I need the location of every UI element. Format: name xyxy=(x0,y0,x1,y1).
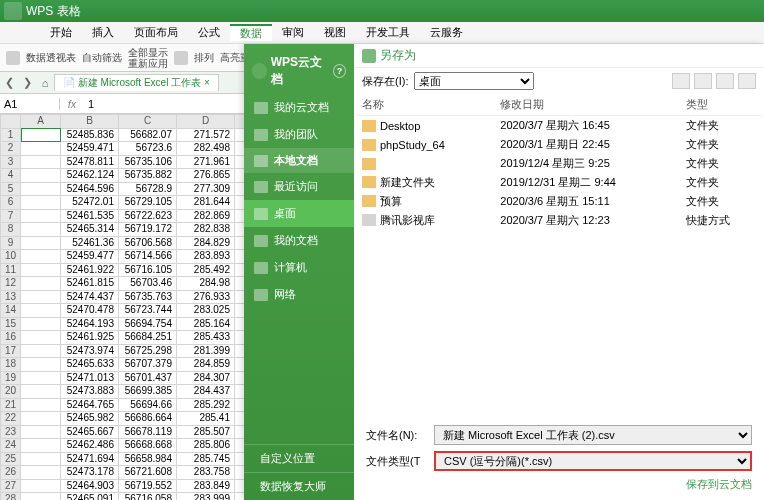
cell[interactable]: 285.806 xyxy=(177,439,235,453)
cell[interactable]: 56707.379 xyxy=(119,358,177,372)
col-header-B[interactable]: B xyxy=(61,115,119,129)
cell[interactable] xyxy=(21,236,61,250)
file-row[interactable]: 腾讯影视库2020/3/7 星期六 12:23快捷方式 xyxy=(356,211,762,230)
cell[interactable] xyxy=(21,358,61,372)
cell[interactable]: 52473.974 xyxy=(61,344,119,358)
row-header[interactable]: 27 xyxy=(1,479,21,493)
cell[interactable]: 284.307 xyxy=(177,371,235,385)
auto-filter-button[interactable]: 自动筛选 xyxy=(82,52,122,63)
row-header[interactable]: 22 xyxy=(1,412,21,426)
cell[interactable]: 56735.763 xyxy=(119,290,177,304)
row-header[interactable]: 14 xyxy=(1,304,21,318)
cell[interactable]: 282.838 xyxy=(177,223,235,237)
cell[interactable] xyxy=(21,452,61,466)
prev-tab-button[interactable]: ❮ xyxy=(0,76,18,89)
cell[interactable] xyxy=(21,182,61,196)
cell[interactable] xyxy=(21,425,61,439)
help-icon[interactable]: ? xyxy=(333,64,346,78)
cell[interactable]: 56714.566 xyxy=(119,250,177,264)
view-detail-button[interactable] xyxy=(738,73,756,89)
cell[interactable] xyxy=(21,317,61,331)
cell[interactable]: 284.98 xyxy=(177,277,235,291)
file-row[interactable]: 新建文件夹2019/12/31 星期二 9:44文件夹 xyxy=(356,173,762,192)
sidebar-item-5[interactable]: 我的文档 xyxy=(244,227,354,254)
file-row[interactable]: Desktop2020/3/7 星期六 16:45文件夹 xyxy=(356,116,762,136)
cell[interactable]: 56658.984 xyxy=(119,452,177,466)
cell[interactable]: 52461.36 xyxy=(61,236,119,250)
menu-2[interactable]: 页面布局 xyxy=(124,25,188,40)
row-header[interactable]: 5 xyxy=(1,182,21,196)
cell[interactable]: 277.309 xyxy=(177,182,235,196)
cell[interactable]: 52470.478 xyxy=(61,304,119,318)
show-all-button[interactable]: 全部显示 xyxy=(128,47,168,58)
cell[interactable]: 271.572 xyxy=(177,128,235,142)
row-header[interactable]: 18 xyxy=(1,358,21,372)
pivot-icon[interactable] xyxy=(6,51,20,65)
cell[interactable]: 56703.46 xyxy=(119,277,177,291)
filetype-select[interactable]: CSV (逗号分隔)(*.csv) xyxy=(434,451,752,471)
cell[interactable]: 285.745 xyxy=(177,452,235,466)
cell[interactable]: 52465.982 xyxy=(61,412,119,426)
row-header[interactable]: 23 xyxy=(1,425,21,439)
cell[interactable]: 56694.754 xyxy=(119,317,177,331)
cell[interactable]: 56719.172 xyxy=(119,223,177,237)
fx-icon[interactable]: fx xyxy=(60,98,84,110)
cell[interactable]: 276.865 xyxy=(177,169,235,183)
cell[interactable] xyxy=(21,398,61,412)
cell[interactable]: 283.849 xyxy=(177,479,235,493)
cell[interactable]: 56678.119 xyxy=(119,425,177,439)
cell[interactable] xyxy=(21,385,61,399)
cell[interactable] xyxy=(21,128,61,142)
save-in-select[interactable]: 桌面 xyxy=(414,72,534,90)
menu-1[interactable]: 插入 xyxy=(82,25,124,40)
save-to-cloud-link[interactable]: 保存到云文档 xyxy=(366,477,752,492)
menu-6[interactable]: 视图 xyxy=(314,25,356,40)
cell[interactable] xyxy=(21,304,61,318)
sort-icon[interactable] xyxy=(174,51,188,65)
cell[interactable]: 56682.07 xyxy=(119,128,177,142)
cell[interactable]: 52472.01 xyxy=(61,196,119,210)
menu-8[interactable]: 云服务 xyxy=(420,25,473,40)
col-header-A[interactable]: A xyxy=(21,115,61,129)
cell[interactable]: 52471.694 xyxy=(61,452,119,466)
cell[interactable] xyxy=(21,479,61,493)
back-button[interactable] xyxy=(672,73,690,89)
up-button[interactable] xyxy=(694,73,712,89)
cell[interactable]: 283.893 xyxy=(177,250,235,264)
cell[interactable]: 52485.836 xyxy=(61,128,119,142)
cell[interactable] xyxy=(21,493,61,501)
cell[interactable] xyxy=(21,290,61,304)
select-all-corner[interactable] xyxy=(1,115,21,129)
name-box[interactable]: A1 xyxy=(0,98,60,110)
sidebar-item-4[interactable]: 桌面 xyxy=(244,200,354,227)
cell[interactable]: 52465.633 xyxy=(61,358,119,372)
cell[interactable] xyxy=(21,466,61,480)
cell[interactable]: 56668.668 xyxy=(119,439,177,453)
cell[interactable]: 52459.477 xyxy=(61,250,119,264)
row-header[interactable]: 8 xyxy=(1,223,21,237)
workbook-tab[interactable]: 📄 新建 Microsoft Excel 工作表 × xyxy=(54,74,219,91)
cell[interactable] xyxy=(21,223,61,237)
cell[interactable]: 52462.486 xyxy=(61,439,119,453)
row-header[interactable]: 16 xyxy=(1,331,21,345)
cell[interactable]: 56701.437 xyxy=(119,371,177,385)
cell[interactable]: 56728.9 xyxy=(119,182,177,196)
menu-0[interactable]: 开始 xyxy=(40,25,82,40)
cell[interactable]: 52473.883 xyxy=(61,385,119,399)
row-header[interactable]: 13 xyxy=(1,290,21,304)
cell[interactable]: 285.433 xyxy=(177,331,235,345)
pivot-table-button[interactable]: 数据透视表 xyxy=(26,52,76,63)
row-header[interactable]: 11 xyxy=(1,263,21,277)
row-header[interactable]: 17 xyxy=(1,344,21,358)
row-header[interactable]: 6 xyxy=(1,196,21,210)
cell[interactable]: 52462.124 xyxy=(61,169,119,183)
cell[interactable]: 56722.623 xyxy=(119,209,177,223)
cell[interactable]: 52471.013 xyxy=(61,371,119,385)
cell[interactable]: 56686.664 xyxy=(119,412,177,426)
cell[interactable]: 283.999 xyxy=(177,493,235,501)
cell[interactable]: 271.961 xyxy=(177,155,235,169)
cell[interactable] xyxy=(21,250,61,264)
row-header[interactable]: 25 xyxy=(1,452,21,466)
next-tab-button[interactable]: ❯ xyxy=(18,76,36,89)
row-header[interactable]: 12 xyxy=(1,277,21,291)
